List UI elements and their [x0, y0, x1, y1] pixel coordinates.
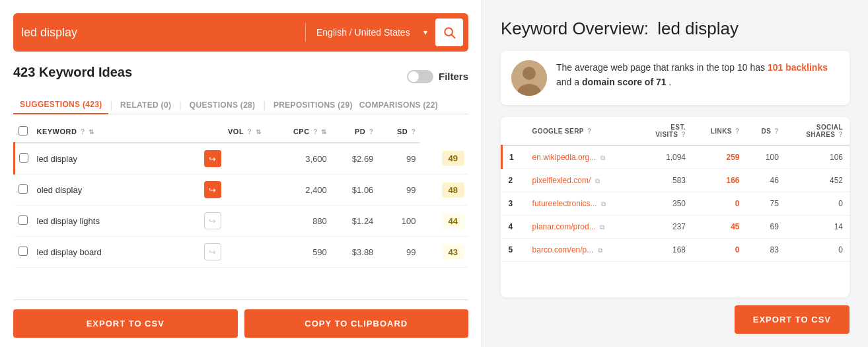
- serp-row-num: 3: [502, 192, 526, 215]
- vol-header: VOL ? ⇅: [200, 121, 265, 143]
- svg-point-3: [523, 67, 536, 80]
- select-all-checkbox[interactable]: [18, 126, 28, 135]
- search-button[interactable]: [435, 19, 463, 46]
- serp-row-num: 5: [502, 239, 526, 262]
- serp-visits-cell: 350: [637, 192, 692, 215]
- serp-links-cell: 166: [692, 169, 746, 192]
- cpc-sort-icon[interactable]: ⇅: [321, 128, 327, 135]
- ds-help-icon[interactable]: ?: [774, 128, 779, 135]
- tab-suggestions[interactable]: SUGGESTIONS (423): [13, 96, 108, 114]
- serp-url-cell: barco.com/en/p... ⧉: [526, 239, 637, 262]
- tab-questions[interactable]: QUESTIONS (28): [183, 96, 262, 114]
- pd-cell: 99: [377, 143, 419, 174]
- search-icon: [443, 26, 456, 39]
- serp-shares-cell: 452: [785, 169, 850, 192]
- keyword-cell: oled display: [33, 174, 200, 206]
- external-link-icon: ⧉: [601, 200, 606, 208]
- filter-toggle[interactable]: [407, 70, 433, 83]
- serp-link[interactable]: barco.com/en/p...: [532, 245, 594, 254]
- keyword-sort-icon[interactable]: ⇅: [89, 128, 94, 135]
- est-visits-header: EST.VISITS ?: [637, 117, 692, 145]
- cpc-cell: $1.06: [331, 174, 378, 206]
- serp-shares-cell: 0: [785, 192, 850, 215]
- row-checkbox-cell[interactable]: [15, 143, 33, 174]
- row-checkbox-cell[interactable]: [15, 174, 33, 206]
- sd-header: SD ?: [377, 121, 419, 143]
- links-help-icon[interactable]: ?: [735, 128, 740, 135]
- export-csv-button[interactable]: EXPORT TO CSV: [13, 309, 238, 338]
- pd-help-icon[interactable]: ?: [369, 128, 374, 135]
- bottom-bar: EXPORT TO CSV COPY TO CLIPBOARD: [13, 299, 468, 347]
- add-to-list-button[interactable]: ↪: [204, 181, 221, 198]
- serp-row: 4 planar.com/prod... ⧉ 237 45 69 14: [502, 215, 850, 239]
- social-shares-header: SOCIALSHARES ?: [785, 117, 850, 145]
- keyword-text: led display board: [37, 247, 102, 257]
- row-checkbox-cell[interactable]: [15, 237, 33, 268]
- expert-card: The average web page that ranks in the t…: [501, 51, 850, 105]
- serp-link[interactable]: futureelectronics...: [532, 199, 597, 208]
- serp-shares-cell: 106: [785, 145, 850, 169]
- language-select[interactable]: English / United States: [311, 27, 426, 38]
- backlinks-highlight: 101 backlinks: [768, 62, 828, 73]
- sd-badge: 44: [442, 213, 464, 229]
- serp-row: 1 en.wikipedia.org... ⧉ 1,094 259 100 10…: [502, 145, 850, 169]
- serp-table-wrap: GOOGLE SERP ? EST.VISITS ? LINKS ? DS ? …: [501, 117, 850, 297]
- serp-link[interactable]: planar.com/prod...: [532, 222, 596, 231]
- serp-shares-cell: 0: [785, 239, 850, 262]
- select-all-header[interactable]: [15, 121, 33, 143]
- sd-help-icon[interactable]: ?: [412, 128, 416, 135]
- keyword-table: KEYWORD ? ⇅ VOL ? ⇅ CPC ? ⇅ PD ? SD ? le…: [13, 121, 468, 268]
- links-header: LINKS ?: [692, 117, 746, 145]
- expert-text-1: The average web page that ranks in the t…: [556, 62, 765, 73]
- visits-help-icon[interactable]: ?: [681, 131, 686, 138]
- vol-sort-icon[interactable]: ⇅: [256, 128, 262, 135]
- row-checkbox[interactable]: [19, 153, 28, 163]
- search-input[interactable]: [21, 26, 300, 40]
- row-checkbox[interactable]: [18, 215, 28, 225]
- external-link-icon: ⧉: [595, 177, 600, 184]
- row-checkbox[interactable]: [18, 184, 28, 194]
- row-checkbox-cell[interactable]: [15, 206, 33, 237]
- language-wrapper: English / United States: [311, 27, 430, 38]
- table-row: oled display ↪ 2,400 $1.06 99 48: [15, 174, 469, 206]
- expert-text-2: and a: [556, 77, 579, 87]
- keyword-help-icon[interactable]: ?: [81, 128, 85, 135]
- keyword-text: led display lights: [37, 216, 100, 226]
- avatar-image: [511, 60, 547, 96]
- serp-num-header: [502, 117, 526, 145]
- serp-link[interactable]: pixelflexled.com/: [532, 176, 591, 185]
- add-to-list-button[interactable]: ↪: [204, 212, 221, 229]
- serp-ds-cell: 69: [746, 215, 785, 239]
- tab-prepositions[interactable]: PREPOSITIONS (29): [267, 96, 359, 114]
- serp-link[interactable]: en.wikipedia.org...: [532, 153, 597, 162]
- external-link-icon: ⧉: [600, 223, 604, 231]
- external-link-icon: ⧉: [598, 247, 602, 254]
- serp-help-icon[interactable]: ?: [587, 128, 592, 135]
- right-export-csv-button[interactable]: EXPORT TO CSV: [735, 305, 850, 334]
- serp-row: 5 barco.com/en/p... ⧉ 168 0 83 0: [502, 239, 850, 262]
- tab-comparisons[interactable]: COMPARISONS (22): [359, 96, 445, 114]
- sd-cell: 49: [419, 143, 468, 174]
- serp-url-cell: futureelectronics... ⧉: [526, 192, 637, 215]
- serp-visits-cell: 1,094: [637, 145, 692, 169]
- serp-url-cell: pixelflexled.com/ ⧉: [526, 169, 637, 192]
- keyword-header: KEYWORD ? ⇅: [33, 121, 200, 143]
- serp-visits-cell: 583: [637, 169, 692, 192]
- cpc-cell: $1.24: [331, 206, 378, 237]
- search-bar: English / United States: [13, 13, 468, 52]
- add-to-list-button[interactable]: ↪: [204, 243, 221, 260]
- title-prefix: Keyword Overview:: [501, 19, 649, 38]
- sd-cell: 43: [419, 237, 468, 268]
- tabs-bar: SUGGESTIONS (423) | RELATED (0) | QUESTI…: [13, 96, 468, 114]
- shares-help-icon[interactable]: ?: [838, 131, 843, 138]
- cpc-help-icon[interactable]: ?: [313, 128, 318, 135]
- add-to-list-button[interactable]: ↪: [204, 150, 221, 167]
- serp-header-row: GOOGLE SERP ? EST.VISITS ? LINKS ? DS ? …: [502, 117, 850, 145]
- tab-related[interactable]: RELATED (0): [114, 96, 178, 114]
- serp-row-num: 2: [502, 169, 526, 192]
- copy-clipboard-button[interactable]: COPY TO CLIPBOARD: [244, 309, 469, 338]
- filters-button[interactable]: Filters: [439, 71, 468, 82]
- row-checkbox[interactable]: [18, 247, 28, 256]
- vol-help-icon[interactable]: ?: [248, 128, 252, 135]
- serp-row-num: 4: [502, 215, 526, 239]
